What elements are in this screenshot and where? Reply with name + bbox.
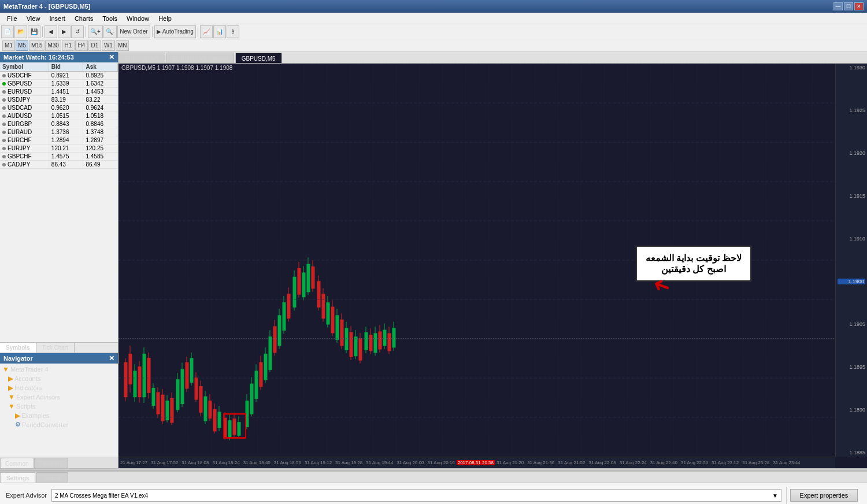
expert-properties-button[interactable]: Expert properties bbox=[790, 489, 858, 502]
open-btn[interactable]: 📂 bbox=[14, 25, 27, 38]
list-item[interactable]: EURAUD 1.3736 1.3748 bbox=[0, 128, 118, 136]
bid-cell: 1.4575 bbox=[49, 153, 84, 160]
bid-cell: 1.4451 bbox=[49, 88, 84, 95]
current-price-label: 1.1900 bbox=[838, 279, 865, 284]
tab-gbpusd-m5[interactable]: GBPUSD,M5 bbox=[235, 53, 282, 63]
tab-settings[interactable]: Settings bbox=[0, 472, 35, 483]
period-d1[interactable]: D1 bbox=[88, 40, 101, 51]
autotrading-btn toolbar-btn-text[interactable]: ▶ AutoTrading bbox=[154, 25, 196, 38]
status-dot bbox=[2, 163, 6, 166]
price-label: 1.1885 bbox=[838, 450, 865, 455]
menu-insert[interactable]: Insert bbox=[45, 14, 70, 23]
forward-btn[interactable]: ▶ bbox=[58, 25, 71, 38]
list-item[interactable]: CADJPY 86.43 86.49 bbox=[0, 161, 118, 169]
menu-tools[interactable]: Tools bbox=[98, 14, 122, 23]
period-toolbar: M1 M5 M15 M30 H1 H4 D1 W1 MN bbox=[0, 39, 867, 52]
status-dot bbox=[2, 82, 6, 86]
navigator-close[interactable]: ✕ bbox=[109, 354, 114, 362]
tab-symbols[interactable]: Symbols bbox=[0, 343, 36, 353]
time-label: 31 Aug 19:28 bbox=[334, 460, 364, 465]
tab-favorites[interactable]: Favorites bbox=[34, 458, 68, 468]
nav-item-accounts[interactable]: ▶ Accounts bbox=[0, 374, 118, 383]
menu-charts[interactable]: Charts bbox=[70, 14, 98, 23]
title-bar: MetaTrader 4 - [GBPUSD,M5] — ☐ ✕ bbox=[0, 0, 867, 13]
new-order-btn toolbar-btn-text[interactable]: New Order bbox=[117, 25, 150, 38]
list-item[interactable]: GBPCHF 1.4575 1.4585 bbox=[0, 153, 118, 161]
bid-cell: 120.21 bbox=[49, 144, 84, 152]
menu-help[interactable]: Help bbox=[154, 14, 176, 23]
list-item[interactable]: EURCHF 1.2894 1.2897 bbox=[0, 136, 118, 144]
menu-file[interactable]: File bbox=[2, 14, 22, 23]
period-h1[interactable]: H1 bbox=[62, 40, 75, 51]
period-m15[interactable]: M15 bbox=[29, 40, 45, 51]
menu-window[interactable]: Window bbox=[122, 14, 154, 23]
bid-cell: 1.2894 bbox=[49, 136, 84, 144]
nav-item-metatrader[interactable]: ▼ MetaTrader 4 bbox=[0, 365, 118, 374]
symbol-cell: EURAUD bbox=[0, 128, 49, 136]
nav-item-indicators[interactable]: ▶ Indicators bbox=[0, 383, 118, 392]
maximize-button[interactable]: ☐ bbox=[844, 2, 853, 10]
chart-zoom-in-btn[interactable]: 🔍+ bbox=[88, 25, 103, 38]
ea-dropdown[interactable]: 2 MA Crosses Mega filter EA V1.ex4 ▼ bbox=[51, 489, 781, 502]
annotation-line1: لاحظ توقيت بداية الشمعه bbox=[646, 253, 742, 264]
ask-cell: 86.49 bbox=[83, 161, 118, 168]
period-m5[interactable]: M5 bbox=[16, 40, 28, 51]
menu-view[interactable]: View bbox=[22, 14, 45, 23]
nav-item-scripts[interactable]: ▼ Scripts bbox=[0, 402, 118, 411]
price-label: 1.1905 bbox=[838, 321, 865, 327]
tab-eurusd-m1[interactable]: EURUSD,M1 bbox=[118, 53, 165, 63]
tab-tick-chart[interactable]: Tick Chart bbox=[36, 343, 75, 353]
period-m30[interactable]: M30 bbox=[45, 40, 61, 51]
list-item[interactable]: GBPUSD 1.6339 1.6342 bbox=[0, 80, 118, 88]
nav-item-period-converter[interactable]: ⚙ PeriodConverter bbox=[0, 420, 118, 429]
chart-area: EURUSD,M1 EURUSD,M2 (offline) GBPUSD,M5 … bbox=[118, 52, 867, 468]
list-item[interactable]: USDCAD 0.9620 0.9624 bbox=[0, 104, 118, 112]
time-label: 31 Aug 23:12 bbox=[710, 460, 740, 465]
period-m1[interactable]: M1 bbox=[2, 40, 15, 51]
back-btn[interactable]: ◀ bbox=[45, 25, 57, 38]
new-chart-btn[interactable]: 📄 bbox=[1, 25, 14, 38]
tab-common[interactable]: Common bbox=[0, 458, 34, 468]
list-item[interactable]: USDJPY 83.19 83.22 bbox=[0, 96, 118, 104]
time-label: 31 Aug 17:52 bbox=[149, 460, 180, 465]
ea-dropdown-arrow-icon: ▼ bbox=[772, 492, 778, 499]
tab-eurusd-m2[interactable]: EURUSD,M2 (offline) bbox=[166, 53, 234, 63]
list-item[interactable]: USDCHF 0.8921 0.8925 bbox=[0, 72, 118, 80]
nav-item-expert-advisors[interactable]: ▼ Expert Advisors bbox=[0, 392, 118, 402]
list-item[interactable]: EURJPY 120.21 120.25 bbox=[0, 144, 118, 153]
tab-journal[interactable]: Journal bbox=[36, 472, 68, 483]
market-watch-close[interactable]: ✕ bbox=[109, 53, 114, 61]
close-button[interactable]: ✕ bbox=[854, 2, 864, 10]
minimize-button[interactable]: — bbox=[833, 2, 843, 10]
list-item[interactable]: EURUSD 1.4451 1.4453 bbox=[0, 88, 118, 96]
symbol-cell: USDCAD bbox=[0, 104, 49, 112]
ask-cell: 120.25 bbox=[83, 144, 118, 152]
period-mn[interactable]: MN bbox=[116, 40, 129, 51]
market-watch-panel: Market Watch: 16:24:53 ✕ Symbol Bid Ask … bbox=[0, 52, 118, 353]
price-label: 1.1915 bbox=[838, 193, 865, 199]
ask-cell: 1.6342 bbox=[83, 80, 118, 87]
bar-chart-btn[interactable]: 📊 bbox=[213, 25, 226, 38]
period-h4[interactable]: H4 bbox=[75, 40, 88, 51]
market-watch-column-headers: Symbol Bid Ask bbox=[0, 62, 118, 72]
save-btn[interactable]: 💾 bbox=[28, 25, 40, 38]
status-dot bbox=[2, 90, 6, 94]
nav-label: Indicators bbox=[14, 384, 42, 391]
list-item[interactable]: AUDUSD 1.0515 1.0518 bbox=[0, 112, 118, 120]
period-w1[interactable]: W1 bbox=[102, 40, 115, 51]
refresh-btn[interactable]: ↺ bbox=[71, 25, 84, 38]
line-chart-btn[interactable]: 📈 bbox=[200, 25, 213, 38]
time-label: 31 Aug 20:00 bbox=[395, 460, 425, 465]
chart-zoom-out-btn[interactable]: 🔍- bbox=[103, 25, 117, 38]
status-dot bbox=[2, 123, 6, 126]
time-label: 31 Aug 21:36 bbox=[525, 460, 556, 465]
nav-item-examples[interactable]: ▶ Examples bbox=[0, 411, 118, 420]
nav-label: Expert Advisors bbox=[16, 394, 60, 401]
price-axis: 1.1930 1.1925 1.1920 1.1915 1.1910 1.190… bbox=[835, 64, 867, 457]
col-symbol: Symbol bbox=[0, 62, 49, 71]
left-panel: Market Watch: 16:24:53 ✕ Symbol Bid Ask … bbox=[0, 52, 118, 468]
folder-icon: ▼ bbox=[8, 402, 15, 410]
time-label: 31 Aug 23:44 bbox=[771, 460, 802, 465]
candle-btn[interactable]: 🕯 bbox=[227, 25, 239, 38]
list-item[interactable]: EURGBP 0.8843 0.8846 bbox=[0, 120, 118, 128]
